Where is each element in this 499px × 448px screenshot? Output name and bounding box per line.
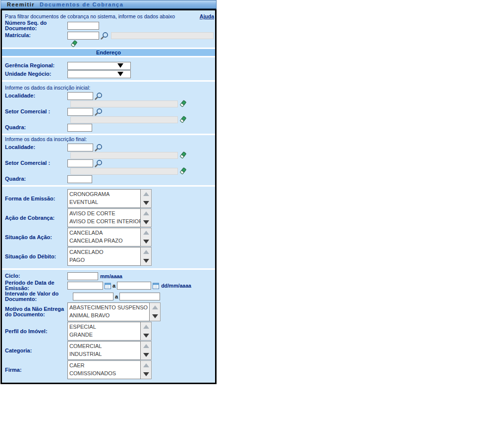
gerencia-regional-row: Gerência Regional: xyxy=(2,61,215,70)
situacao-debito-label: Situação do Débito: xyxy=(5,254,67,259)
scroll-up-icon[interactable] xyxy=(143,211,149,215)
scroll-down-icon[interactable] xyxy=(143,201,149,205)
list-option[interactable]: COMISSIONADOS xyxy=(69,369,139,377)
list-option[interactable]: EVENTUAL xyxy=(69,198,139,206)
list-scrollbar[interactable] xyxy=(141,322,152,341)
scroll-down-icon[interactable] xyxy=(143,334,149,338)
list-scrollbar[interactable] xyxy=(141,208,152,227)
search-icon[interactable] xyxy=(95,159,103,167)
page-title-action: Reemitir xyxy=(7,1,35,7)
scroll-up-icon[interactable] xyxy=(143,344,149,348)
ciclo-row: Ciclo: mm/aaaa xyxy=(2,272,215,280)
ciclo-input[interactable] xyxy=(67,272,98,280)
eraser-icon[interactable] xyxy=(179,116,186,123)
eraser-icon[interactable] xyxy=(179,100,186,107)
list-scrollbar[interactable] xyxy=(141,228,152,247)
acao-cobranca-list[interactable]: AVISO DE CORTE AVISO DE CORTE INTERIOR xyxy=(67,208,152,227)
valor-fim-input[interactable] xyxy=(119,293,160,300)
calendar-icon[interactable] xyxy=(153,283,159,289)
valor-inicio-input[interactable] xyxy=(73,293,113,300)
intervalo-valor-row: Intervalo de Valor do Documento: a xyxy=(2,291,215,302)
perfil-imovel-label: Perfil do Imóvel: xyxy=(5,329,67,334)
list-scrollbar[interactable] xyxy=(141,341,152,360)
list-option[interactable]: CAER xyxy=(69,361,139,369)
periodo-fim-input[interactable] xyxy=(117,282,151,290)
list-scrollbar[interactable] xyxy=(141,189,152,208)
help-link[interactable]: Ajuda xyxy=(200,13,214,19)
numero-seq-label: Número Seq. do Documento: xyxy=(5,20,67,31)
scroll-down-icon[interactable] xyxy=(143,240,149,244)
list-option[interactable]: INDUSTRIAL xyxy=(69,350,139,358)
list-option[interactable]: COMERCIAL xyxy=(69,342,139,350)
setor-inicial-input[interactable] xyxy=(67,108,93,116)
ciclo-format-hint: mm/aaaa xyxy=(100,273,122,279)
situacao-debito-list[interactable]: CANCELADO PAGO xyxy=(67,247,152,266)
localidade-inicial-input[interactable] xyxy=(67,92,93,100)
page-title: Reemitir Documentos de Cobrança xyxy=(0,0,217,9)
list-option[interactable]: CANCELADA PRAZO xyxy=(69,237,139,245)
localidade-final-desc-row xyxy=(67,151,215,159)
scroll-up-icon[interactable] xyxy=(143,250,149,254)
situacao-acao-list[interactable]: CANCELADA CANCELADA PRAZO xyxy=(67,228,152,247)
list-option[interactable]: CRONOGRAMA xyxy=(69,190,139,198)
firma-row: Firma: CAER COMISSIONADOS xyxy=(2,360,215,379)
quadra-inicial-input[interactable] xyxy=(67,124,92,132)
matricula-input[interactable] xyxy=(67,32,99,40)
forma-emissao-label: Forma de Emissão: xyxy=(5,196,67,201)
motivo-nao-entrega-list[interactable]: ABASTECIMENTO SUSPENSO ANIMAL BRAVO xyxy=(67,302,161,321)
list-scrollbar[interactable] xyxy=(141,247,152,266)
unidade-negocio-row: Unidade Negócio: xyxy=(2,70,215,78)
numero-seq-input[interactable] xyxy=(67,22,99,30)
calendar-icon[interactable] xyxy=(105,283,111,289)
localidade-final-input[interactable] xyxy=(67,144,93,151)
localidade-final-description-field xyxy=(70,152,178,159)
list-option[interactable]: AVISO DE CORTE xyxy=(69,209,139,217)
list-option[interactable]: GRANDE xyxy=(69,331,139,339)
filter-window: Reemitir Documentos de Cobrança Para fil… xyxy=(0,0,217,384)
matricula-row: Matrícula: xyxy=(2,31,215,40)
eraser-icon[interactable] xyxy=(70,40,77,48)
list-option[interactable]: PAGO xyxy=(69,256,139,264)
page-title-object: Documentos de Cobrança xyxy=(40,1,123,7)
scroll-down-icon[interactable] xyxy=(143,353,149,357)
list-option[interactable]: ESPECIAL xyxy=(69,323,139,331)
list-scrollbar[interactable] xyxy=(150,302,161,321)
matricula-description-field xyxy=(111,32,214,39)
periodo-emissao-row: Período de Data de Emissão: a xyxy=(2,280,215,291)
setor-comercial-label: Setor Comercial : xyxy=(5,109,67,114)
search-icon[interactable] xyxy=(95,108,103,116)
matricula-clear-row xyxy=(67,40,215,48)
scroll-up-icon[interactable] xyxy=(152,305,158,309)
periodo-inicio-input[interactable] xyxy=(67,282,103,290)
unidade-negocio-select[interactable] xyxy=(67,70,131,78)
categoria-list[interactable]: COMERCIAL INDUSTRIAL xyxy=(67,341,152,360)
search-icon[interactable] xyxy=(95,92,103,100)
motivo-nao-entrega-row: Motivo da Não Entrega do Documento: ABAS… xyxy=(2,302,215,321)
list-scrollbar[interactable] xyxy=(141,360,152,379)
scroll-down-icon[interactable] xyxy=(143,220,149,224)
scroll-down-icon[interactable] xyxy=(152,314,158,318)
quadra-final-input[interactable] xyxy=(67,175,92,183)
list-option[interactable]: CANCELADA xyxy=(69,229,139,237)
setor-final-input[interactable] xyxy=(67,159,93,167)
list-option[interactable]: ABASTECIMENTO SUSPENSO xyxy=(69,303,148,311)
gerencia-regional-select[interactable] xyxy=(67,62,131,70)
quadra-label: Quadra: xyxy=(5,125,67,130)
list-option[interactable]: ANIMAL BRAVO xyxy=(69,311,148,319)
scroll-up-icon[interactable] xyxy=(143,325,149,329)
search-icon[interactable] xyxy=(95,144,103,151)
perfil-imovel-list[interactable]: ESPECIAL GRANDE xyxy=(67,322,152,341)
firma-list[interactable]: CAER COMISSIONADOS xyxy=(67,360,152,379)
eraser-icon[interactable] xyxy=(179,167,186,175)
scroll-up-icon[interactable] xyxy=(143,231,149,235)
scroll-up-icon[interactable] xyxy=(143,192,149,196)
scroll-down-icon[interactable] xyxy=(143,259,149,263)
list-option[interactable]: AVISO DE CORTE INTERIOR xyxy=(69,217,139,225)
forma-emissao-list[interactable]: CRONOGRAMA EVENTUAL xyxy=(67,189,152,208)
search-icon[interactable] xyxy=(101,32,109,40)
scroll-down-icon[interactable] xyxy=(143,372,149,376)
perfil-imovel-row: Perfil do Imóvel: ESPECIAL GRANDE xyxy=(2,322,215,341)
eraser-icon[interactable] xyxy=(179,151,186,159)
scroll-up-icon[interactable] xyxy=(143,363,149,367)
list-option[interactable]: CANCELADO xyxy=(69,248,139,256)
